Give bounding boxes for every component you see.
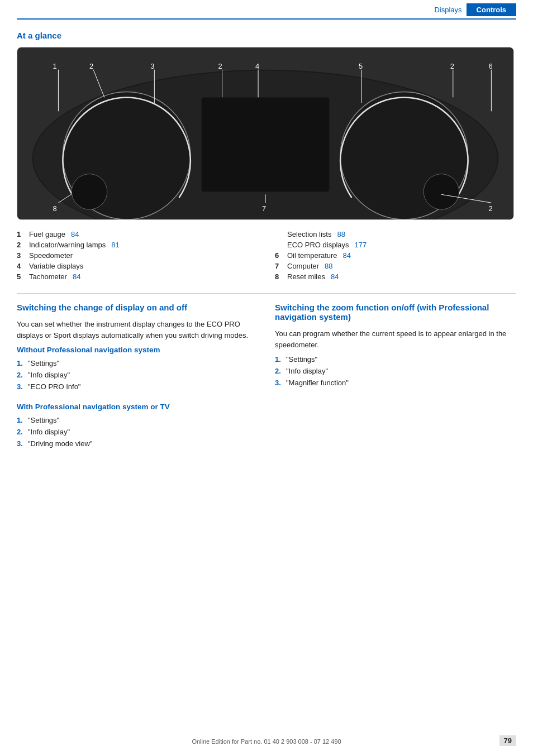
list-item: 3. "Driving mode view" [17,439,258,449]
header-displays-label: Displays [434,6,466,14]
items-left-col: 1 Fuel gauge 84 2 Indicator/warning lamp… [17,229,258,282]
item-label: Speedometer [29,251,73,260]
list-item: 3. "Magnifier function" [275,378,516,388]
item-label: Variable displays [29,262,83,270]
with-nav-subsection: With Professional navigation system or T… [17,402,258,449]
instrument-cluster-image: 1 2 3 2 4 5 2 6 8 7 2 [17,47,514,220]
without-nav-title: Without Professional navigation system [17,345,258,355]
list-item-text: "Settings" [28,415,59,425]
item-link[interactable]: 88 [325,262,332,270]
item-number: 5 [17,272,26,281]
item-number: 8 [275,272,284,281]
list-item: 2. "Info display" [275,366,516,376]
list-item: 6 Oil temperature 84 [275,250,516,261]
item-label: Fuel gauge [29,230,65,238]
svg-text:5: 5 [359,62,363,70]
without-nav-subsection: Without Professional navigation system 1… [17,345,258,392]
svg-text:4: 4 [255,62,259,70]
svg-text:1: 1 [53,62,56,70]
list-item: 2 Indicator/warning lamps 81 [17,240,258,250]
item-label: Indicator/warning lamps [29,241,106,249]
item-label: Computer [287,262,319,270]
list-item: 1. "Settings" [17,415,258,425]
switching-section-body: You can set whether the instrument displ… [17,319,258,341]
list-item-num: 1. [17,415,26,425]
item-number: 2 [17,241,26,249]
list-item-text: "ECO PRO Info" [28,382,80,392]
page-number-box: 79 [499,735,516,746]
item-link[interactable]: 177 [355,241,367,249]
with-nav-title: With Professional navigation system or T… [17,402,258,412]
item-label: Reset miles [287,272,325,281]
list-item-text: "Settings" [28,358,59,369]
item-label: Oil temperature [287,251,337,260]
item-label: Tachometer [29,272,67,281]
list-item-num: 3. [17,382,26,392]
list-item-text: "Info display" [28,427,70,437]
page-header: Displays Controls [17,0,516,20]
list-item-text: "Driving mode view" [28,439,92,449]
at-a-glance-title: At a glance [17,31,516,40]
list-item-text: "Info display" [286,366,328,376]
page-content: At a glance [0,20,533,492]
list-item-num: 2. [275,366,284,376]
list-item: 5 Tachometer 84 [17,271,258,282]
list-item: 1. "Settings" [275,355,516,365]
item-number: 3 [17,251,26,260]
switching-section-col: Switching the change of display on and o… [17,303,258,459]
list-item-num: 3. [275,378,284,388]
item-link[interactable]: 84 [71,230,79,238]
item-link[interactable]: 84 [73,272,80,281]
footer-text: Online Edition for Part no. 01 40 2 903 … [0,738,533,745]
list-item: 2. "Info display" [17,370,258,380]
list-item-num: 1. [275,355,284,365]
zoom-list: 1. "Settings" 2. "Info display" 3. "Magn… [275,355,516,389]
svg-text:2: 2 [218,62,222,70]
svg-point-9 [423,174,459,210]
item-link[interactable]: 84 [331,272,339,281]
header-controls-label: Controls [467,3,516,16]
svg-point-8 [72,174,107,210]
list-item-num: 2. [17,370,26,380]
list-item-num: 1. [17,358,26,369]
items-right-col: Selection lists 88 ECO PRO displays 177 … [275,229,516,282]
item-link[interactable]: 81 [111,241,119,249]
lower-two-col: Switching the change of display on and o… [17,303,516,459]
switching-section-title: Switching the change of display on and o… [17,303,258,312]
list-item: 1 Fuel gauge 84 [17,229,258,240]
without-nav-list: 1. "Settings" 2. "Info display" 3. "ECO … [17,358,258,393]
zoom-section-col: Switching the zoom function on/off (with… [275,303,516,459]
svg-text:6: 6 [488,62,492,70]
list-item: ECO PRO displays 177 [275,240,516,250]
list-item: 3. "ECO PRO Info" [17,382,258,392]
svg-text:8: 8 [53,204,56,213]
item-link[interactable]: 88 [337,230,345,238]
list-item: 3 Speedometer [17,250,258,261]
list-item: 2. "Info display" [17,427,258,437]
svg-text:3: 3 [150,62,154,70]
section-divider [17,293,516,294]
list-item-num: 3. [17,439,26,449]
with-nav-list: 1. "Settings" 2. "Info display" 3. "Driv… [17,415,258,449]
list-item: 8 Reset miles 84 [275,271,516,282]
page-footer: Online Edition for Part no. 01 40 2 903 … [0,738,533,745]
list-item-text: "Magnifier function" [286,378,349,388]
list-item: 7 Computer 88 [275,261,516,271]
item-number: 1 [17,230,26,238]
list-item-num: 2. [17,427,26,437]
items-grid: 1 Fuel gauge 84 2 Indicator/warning lamp… [17,229,516,282]
svg-text:2: 2 [450,62,454,70]
item-number: 7 [275,262,284,270]
svg-rect-7 [202,97,330,192]
list-item: 1. "Settings" [17,358,258,369]
item-label: ECO PRO displays [287,241,349,249]
svg-text:2: 2 [89,62,93,70]
item-number: 6 [275,251,284,260]
item-link[interactable]: 84 [343,251,351,260]
page-number: 79 [499,736,516,745]
list-item-text: "Settings" [286,355,317,365]
item-number: 4 [17,262,26,270]
svg-text:2: 2 [488,204,492,213]
list-item: Selection lists 88 [275,229,516,240]
list-item-text: "Info display" [28,370,70,380]
